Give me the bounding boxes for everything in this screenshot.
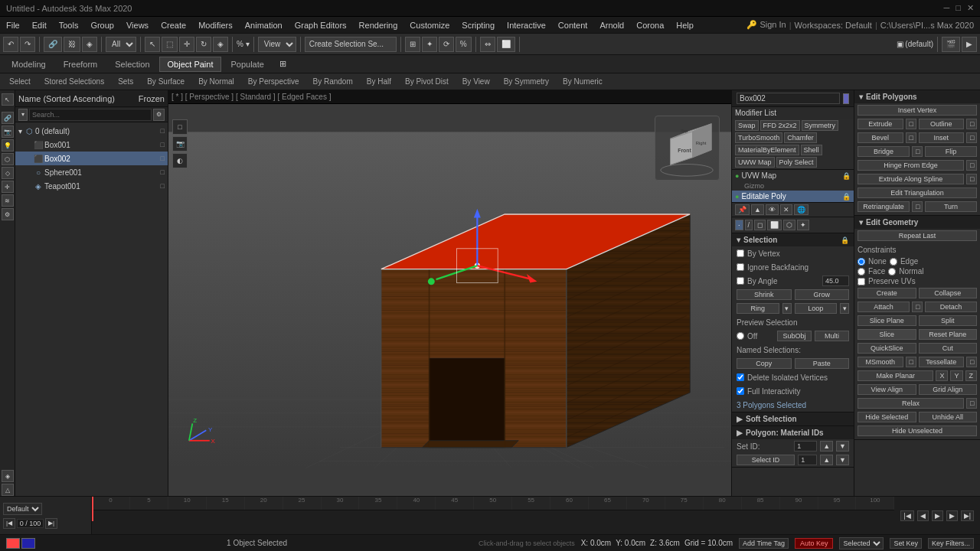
bridge-settings-btn[interactable]: □ xyxy=(912,146,923,157)
subobj-edge-btn[interactable]: / xyxy=(745,220,753,230)
select-id-btn[interactable]: Select ID xyxy=(737,455,795,465)
preserve-uvs-check[interactable] xyxy=(858,278,865,285)
hide-unselected-btn[interactable]: Hide Unselected xyxy=(858,425,977,436)
rotate-btn[interactable]: ↻ xyxy=(196,37,211,52)
set-id-down-btn[interactable]: ▼ xyxy=(836,441,849,452)
soft-selection-header[interactable]: ▶ Soft Selection xyxy=(732,412,854,425)
detach-btn[interactable]: Detach xyxy=(925,302,977,312)
expand-matid-icon[interactable]: ▶ xyxy=(737,429,743,437)
reset-plane-btn[interactable]: Reset Plane xyxy=(919,329,978,340)
set-key-btn[interactable]: Set Key xyxy=(890,538,922,549)
relax-btn[interactable]: Relax xyxy=(858,398,964,409)
menu-file[interactable]: File xyxy=(0,19,26,31)
tool-space-warp[interactable]: ≋ xyxy=(2,194,14,207)
modifier-polyselect-btn[interactable]: Poly Select xyxy=(776,157,817,168)
fg-color-swatch[interactable] xyxy=(21,538,35,549)
menu-help[interactable]: Help xyxy=(670,19,700,31)
ignore-backfacing-check[interactable] xyxy=(737,263,744,271)
constraint-edge-radio[interactable] xyxy=(890,258,897,266)
extrude-btn[interactable]: Extrude xyxy=(858,119,903,129)
selected-dropdown[interactable]: Selected xyxy=(839,537,884,549)
modifier-turbosmooth-btn[interactable]: TurboSmooth xyxy=(735,132,782,143)
bevel-btn[interactable]: Bevel xyxy=(858,132,903,143)
retriangulate-btn[interactable]: Retriangulate xyxy=(858,201,910,212)
make-planar-z-btn[interactable]: Z xyxy=(965,370,978,381)
quickslice-btn[interactable]: QuickSlice xyxy=(858,343,916,354)
tool-helper[interactable]: ✛ xyxy=(2,181,14,193)
grid-align-btn[interactable]: Grid Align xyxy=(919,384,978,395)
view-align-btn[interactable]: View Align xyxy=(858,384,916,395)
preview-off-radio[interactable] xyxy=(737,332,744,340)
modifier-uwwmap-btn[interactable]: UWW Map xyxy=(735,157,775,168)
tab-modeling[interactable]: Modeling xyxy=(3,57,54,72)
expand-editgeo-icon[interactable]: ▾ xyxy=(859,218,863,227)
play-end-btn[interactable]: ▶| xyxy=(961,510,974,521)
menu-interactive[interactable]: Interactive xyxy=(501,19,552,31)
seltab-stored[interactable]: Stored Selections xyxy=(38,76,110,87)
selection-filter-dropdown[interactable]: All xyxy=(106,37,136,52)
loop-btn[interactable]: Loop xyxy=(795,303,838,314)
extrude-spline-btn[interactable]: Extrude Along Spline xyxy=(858,174,964,184)
modifier-chamfer-btn[interactable]: Chamfer xyxy=(784,132,817,143)
menu-scripting[interactable]: Scripting xyxy=(456,19,501,31)
seltab-by-perspective[interactable]: By Perspective xyxy=(242,76,305,87)
align-btn[interactable]: ⬜ xyxy=(497,37,515,52)
stack-pin-btn[interactable]: 📌 xyxy=(735,204,750,215)
expand-selection-icon[interactable]: ▾ xyxy=(737,236,740,244)
add-time-tag-btn[interactable]: Add Time Tag xyxy=(739,538,789,549)
seltab-by-pivot[interactable]: By Pivot Dist xyxy=(399,76,455,87)
tab-freeform[interactable]: Freeform xyxy=(55,57,106,72)
hinge-settings-btn[interactable]: □ xyxy=(966,160,977,171)
menu-arnold[interactable]: Arnold xyxy=(593,19,630,31)
subobj-poly-btn[interactable]: ⬜ xyxy=(767,220,782,230)
tree-item-default[interactable]: ▾ ⬡ 0 (default) □ xyxy=(15,124,168,138)
tool-extra2[interactable]: △ xyxy=(2,484,14,496)
hide-selected-btn[interactable]: Hide Selected xyxy=(858,412,916,422)
tree-expand-default[interactable]: ▾ xyxy=(18,127,24,135)
modifier-shell-btn[interactable]: Shell xyxy=(801,145,822,155)
tool-system[interactable]: ⚙ xyxy=(2,208,14,220)
modifier-symmetry-btn[interactable]: Symmetry xyxy=(802,120,839,131)
close-btn[interactable]: ✕ xyxy=(967,3,974,13)
full-interactivity-check[interactable] xyxy=(737,387,744,395)
outliner-settings[interactable]: ⚙ xyxy=(153,109,165,121)
menu-create[interactable]: Create xyxy=(155,19,192,31)
menu-modifiers[interactable]: Modifiers xyxy=(192,19,239,31)
prev-frame-btn[interactable]: ◀ xyxy=(917,510,929,521)
menu-views[interactable]: Views xyxy=(120,19,155,31)
nav-cube[interactable]: Front Right Top xyxy=(655,116,720,181)
tab-selection[interactable]: Selection xyxy=(106,57,158,72)
play-btn[interactable]: ▶ xyxy=(932,510,943,521)
modifier-swap-btn[interactable]: Swap xyxy=(735,120,759,131)
menu-graph-editors[interactable]: Graph Editors xyxy=(289,19,353,31)
grid-btn[interactable]: ⊞ xyxy=(405,37,420,52)
hinge-btn[interactable]: Hinge From Edge xyxy=(858,160,964,171)
tessellate-btn[interactable]: Tessellate xyxy=(919,357,965,367)
tree-item-sphere001[interactable]: ○ Sphere001 □ xyxy=(15,165,168,179)
anim-mode-dropdown[interactable]: Default xyxy=(3,503,42,515)
outliner-search[interactable] xyxy=(29,109,152,121)
msmooth-btn[interactable]: MSmooth xyxy=(858,357,903,367)
menu-customize[interactable]: Customize xyxy=(403,19,456,31)
modifier-ffd-btn[interactable]: FFD 2x2x2 xyxy=(760,120,800,131)
snap-btn[interactable]: ✦ xyxy=(422,37,437,52)
set-id-input[interactable] xyxy=(794,441,817,452)
seltab-by-numeric[interactable]: By Numeric xyxy=(557,76,609,87)
select-id-down-btn[interactable]: ▼ xyxy=(836,455,849,465)
attach-settings-btn[interactable]: □ xyxy=(912,302,923,312)
outliner-filter-btn[interactable]: ▾ xyxy=(18,109,28,121)
tool-select[interactable]: ↖ xyxy=(2,93,14,106)
split-btn[interactable]: Split xyxy=(919,315,978,326)
inset-settings-btn[interactable]: □ xyxy=(966,132,977,143)
constraint-face-radio[interactable] xyxy=(858,268,865,276)
bg-color-swatch[interactable] xyxy=(6,538,20,549)
msmooth-settings-btn[interactable]: □ xyxy=(906,357,916,367)
make-planar-y-btn[interactable]: Y xyxy=(950,370,962,381)
by-angle-check[interactable] xyxy=(737,277,744,285)
bridge-btn[interactable]: Bridge xyxy=(858,146,910,157)
bevel-settings-btn[interactable]: □ xyxy=(906,132,916,143)
frame-range-input[interactable] xyxy=(17,519,44,528)
create-selection-btn[interactable]: Create Selection Se... xyxy=(305,37,397,52)
make-planar-x-btn[interactable]: X xyxy=(936,370,948,381)
loop-arrow-btn[interactable]: ▾ xyxy=(840,303,849,314)
